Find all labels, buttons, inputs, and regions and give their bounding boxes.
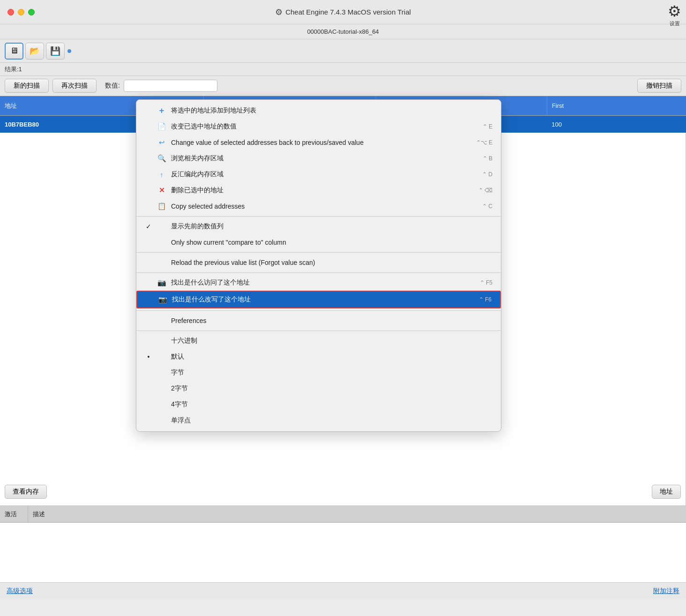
menu-shortcut-disassemble: ⌃ D — [482, 171, 492, 178]
menu-item-find-access[interactable]: 📷找出是什么访问了这个地址⌃ F5 — [136, 275, 501, 291]
menu-item-reload-prev[interactable]: Reload the previous value list (Forgot v… — [136, 255, 501, 270]
menu-icon-float — [157, 416, 166, 425]
window-title: ⚙ Cheat Engine 7.4.3 MacOS version Trial — [275, 7, 411, 17]
screen-icon: 🖥 — [10, 46, 18, 56]
menu-icon-browse-memory: 🔍 — [157, 154, 166, 163]
address-list-header: 激活 描述 — [0, 506, 686, 523]
menu-icon-delete: ✕ — [157, 186, 166, 195]
menu-item-change-value[interactable]: 📄改变已选中地址的数值⌃ E — [136, 119, 501, 135]
menu-label-2byte: 2字节 — [171, 384, 492, 393]
menu-shortcut-find-access: ⌃ F5 — [480, 279, 492, 286]
menu-label-change-back: Change value of selected addresses back … — [171, 139, 471, 146]
title-bar: ⚙ Cheat Engine 7.4.3 MacOS version Trial… — [0, 0, 686, 24]
menu-icon-default — [157, 352, 166, 361]
menu-label-find-write: 找出是什么改写了这个地址 — [172, 295, 474, 304]
results-bar: 结果:1 — [0, 63, 686, 76]
menu-icon-copy: 📋 — [157, 202, 166, 211]
menu-separator — [136, 252, 501, 253]
folder-icon: 📂 — [30, 46, 40, 56]
menu-icon-byte — [157, 368, 166, 377]
menu-item-copy[interactable]: 📋Copy selected addresses⌃ C — [136, 198, 501, 214]
menu-icon-reload-prev — [157, 258, 166, 267]
next-scan-button[interactable]: 再次扫描 — [52, 79, 97, 93]
close-button[interactable] — [7, 9, 14, 15]
menu-separator — [136, 272, 501, 273]
app-icon: ⚙ — [275, 7, 283, 17]
menu-item-float[interactable]: 单浮点 — [136, 413, 501, 428]
process-title-bar: 00000BAC-tutorial-x86_64 — [0, 24, 686, 39]
menu-item-add-to-list[interactable]: +将选中的地址添加到地址列表 — [136, 103, 501, 119]
dot-indicator — [67, 49, 71, 53]
advanced-options-label[interactable]: 高级选项 — [7, 587, 33, 595]
add-address-button[interactable]: 地址 — [652, 485, 681, 499]
menu-separator — [136, 216, 501, 217]
menu-label-reload-prev: Reload the previous value list (Forgot v… — [171, 259, 492, 266]
menu-shortcut-delete: ⌃ ⌫ — [478, 187, 492, 194]
menu-label-change-value: 改变已选中地址的数值 — [171, 122, 478, 131]
th-first: First — [547, 96, 686, 115]
menu-icon-find-access: 📷 — [157, 278, 166, 287]
menu-item-preferences[interactable]: Preferences — [136, 313, 501, 329]
td-first: 100 — [547, 116, 686, 133]
menu-item-byte[interactable]: 字节 — [136, 365, 501, 381]
menu-separator — [136, 310, 501, 311]
menu-check-show-prev: ✓ — [145, 223, 152, 230]
open-button[interactable]: 📂 — [25, 43, 44, 60]
menu-label-default: 默认 — [171, 353, 492, 361]
menu-label-hex: 十六进制 — [171, 337, 492, 345]
menu-item-change-back[interactable]: ↩Change value of selected addresses back… — [136, 135, 501, 150]
settings-button[interactable]: ⚙ 设置 — [668, 2, 681, 27]
menu-label-preferences: Preferences — [171, 317, 492, 324]
new-scan-button[interactable]: 新的扫描 — [5, 79, 49, 93]
menu-label-copy: Copy selected addresses — [171, 203, 477, 210]
save-icon: 💾 — [50, 46, 60, 56]
add-note-label[interactable]: 附加注释 — [653, 587, 679, 595]
menu-shortcut-change-back: ⌃⌥ E — [476, 139, 492, 146]
value-input[interactable] — [124, 80, 217, 92]
menu-label-4byte: 4字节 — [171, 400, 492, 409]
menu-item-only-current[interactable]: Only show current "compare to" column — [136, 234, 501, 250]
menu-item-delete[interactable]: ✕删除已选中的地址⌃ ⌫ — [136, 182, 501, 198]
th-description: 描述 — [28, 506, 686, 522]
traffic-lights — [7, 9, 35, 15]
view-memory-button[interactable]: 查看内存 — [5, 485, 47, 499]
maximize-button[interactable] — [28, 9, 35, 15]
menu-label-delete: 删除已选中的地址 — [171, 186, 474, 195]
menu-label-disassemble: 反汇编此内存区域 — [171, 170, 477, 179]
add-address-btn-container: 地址 — [652, 483, 681, 501]
menu-item-browse-memory[interactable]: 🔍浏览相关内存区域⌃ B — [136, 150, 501, 166]
menu-icon-change-back: ↩ — [157, 138, 166, 147]
menu-label-byte: 字节 — [171, 368, 492, 377]
menu-item-hex[interactable]: 十六进制 — [136, 333, 501, 349]
menu-item-2byte[interactable]: 2字节 — [136, 381, 501, 397]
menu-icon-find-write: 📷 — [158, 295, 167, 304]
menu-item-default[interactable]: •默认 — [136, 349, 501, 365]
save-button[interactable]: 💾 — [46, 43, 65, 60]
context-menu: +将选中的地址添加到地址列表📄改变已选中地址的数值⌃ E↩Change valu… — [136, 99, 501, 432]
screen-button[interactable]: 🖥 — [5, 43, 23, 60]
menu-item-find-write[interactable]: 📷找出是什么改写了这个地址⌃ F6 — [136, 291, 501, 308]
menu-check-default: • — [145, 353, 152, 361]
menu-item-disassemble[interactable]: ↑反汇编此内存区域⌃ D — [136, 166, 501, 182]
menu-icon-show-prev — [157, 222, 166, 231]
menu-icon-hex — [157, 336, 166, 346]
menu-shortcut-copy: ⌃ C — [482, 203, 492, 210]
menu-separator — [136, 331, 501, 331]
gear-icon: ⚙ — [668, 2, 681, 20]
view-memory-btn-container: 查看内存 — [5, 483, 47, 501]
th-activate: 激活 — [0, 506, 28, 522]
menu-item-4byte[interactable]: 4字节 — [136, 397, 501, 413]
menu-label-show-prev: 显示先前的数值列 — [171, 222, 492, 231]
menu-shortcut-change-value: ⌃ E — [483, 123, 492, 130]
minimize-button[interactable] — [18, 9, 24, 15]
menu-icon-4byte — [157, 400, 166, 409]
cancel-scan-button[interactable]: 撤销扫描 — [637, 79, 681, 93]
menu-icon-only-current — [157, 238, 166, 247]
menu-item-show-prev[interactable]: ✓显示先前的数值列 — [136, 218, 501, 234]
menu-label-float: 单浮点 — [171, 416, 492, 425]
menu-icon-add-to-list: + — [157, 106, 166, 115]
bottom-action-bar: 高级选项 附加注释 — [0, 582, 686, 599]
menu-label-browse-memory: 浏览相关内存区域 — [171, 154, 478, 163]
menu-shortcut-find-write: ⌃ F6 — [479, 296, 492, 303]
menu-icon-2byte — [157, 384, 166, 393]
